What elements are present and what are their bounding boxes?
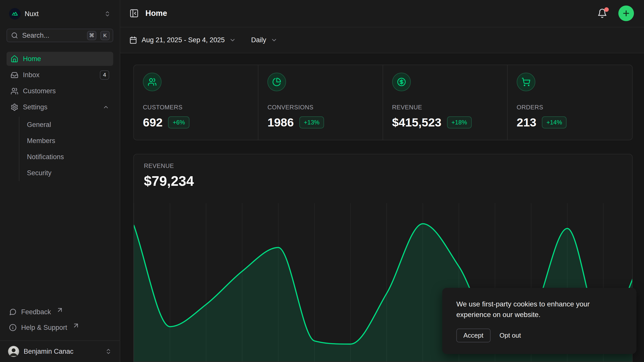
chevron-down-icon bbox=[229, 37, 236, 43]
sidebar-item-members[interactable]: Members bbox=[27, 133, 113, 149]
chevrons-up-down-icon bbox=[105, 348, 112, 355]
sidebar-item-label: Settings bbox=[23, 103, 98, 111]
sidebar-nav: Home Inbox 4 Customers Settings bbox=[7, 52, 113, 183]
calendar-icon bbox=[129, 36, 137, 44]
inbox-icon bbox=[11, 71, 18, 79]
house-icon bbox=[11, 55, 18, 63]
feedback-link[interactable]: Feedback bbox=[7, 304, 113, 320]
stat-delta-badge: +6% bbox=[168, 116, 189, 128]
inbox-count-badge: 4 bbox=[100, 70, 109, 80]
settings-subnav: General Members Notifications Security bbox=[19, 117, 113, 181]
sidebar-spacer bbox=[7, 183, 113, 304]
pie-chart-icon bbox=[267, 73, 286, 91]
sidebar-item-label: Inbox bbox=[23, 71, 95, 79]
chevron-up-icon bbox=[103, 104, 109, 110]
kbd-cmd: ⌘ bbox=[87, 31, 96, 40]
stat-delta-badge: +18% bbox=[447, 116, 472, 128]
sidebar-item-customers[interactable]: Customers bbox=[7, 84, 113, 98]
chart-total-value: $79,234 bbox=[144, 173, 622, 189]
stat-card-orders: ORDERS 213 +14% bbox=[508, 65, 632, 140]
chat-bubble-icon bbox=[9, 308, 17, 316]
stat-delta-badge: +14% bbox=[542, 116, 567, 128]
date-range-value: Aug 21, 2025 - Sep 4, 2025 bbox=[142, 36, 225, 44]
stat-label: REVENUE bbox=[392, 104, 498, 111]
stat-value: $415,523 bbox=[392, 115, 441, 129]
external-link-icon bbox=[72, 322, 80, 329]
plus-icon bbox=[622, 9, 630, 18]
stat-card-customers: CUSTOMERS 692 +6% bbox=[134, 65, 258, 140]
notification-dot bbox=[604, 7, 609, 12]
users-icon bbox=[11, 87, 18, 95]
users-icon bbox=[143, 73, 162, 91]
sidebar: Nuxt Search... ⌘ K Home bbox=[0, 0, 120, 362]
user-name: Benjamin Canac bbox=[24, 348, 101, 355]
external-link-icon bbox=[56, 306, 64, 314]
add-button[interactable] bbox=[618, 6, 634, 21]
notifications-button[interactable] bbox=[597, 8, 607, 18]
sidebar-collapse-button[interactable] bbox=[129, 9, 139, 18]
app-root: Nuxt Search... ⌘ K Home bbox=[0, 0, 644, 362]
search-placeholder: Search... bbox=[22, 32, 83, 39]
avatar bbox=[8, 346, 19, 357]
feedback-label: Feedback bbox=[21, 308, 51, 316]
stat-value: 692 bbox=[143, 115, 163, 129]
stat-value: 213 bbox=[517, 115, 536, 129]
search-icon bbox=[11, 32, 18, 39]
stat-value: 1986 bbox=[267, 115, 294, 129]
stats-cards: CUSTOMERS 692 +6% CONVERSIONS 1986 +13% bbox=[133, 65, 633, 140]
stat-label: CONVERSIONS bbox=[267, 104, 373, 111]
search-input[interactable]: Search... ⌘ K bbox=[7, 29, 113, 42]
sidebar-item-inbox[interactable]: Inbox 4 bbox=[7, 68, 113, 82]
sidebar-item-home[interactable]: Home bbox=[7, 52, 113, 66]
stat-label: CUSTOMERS bbox=[143, 104, 249, 111]
stat-card-revenue: REVENUE $415,523 +18% bbox=[383, 65, 508, 140]
cookie-banner: We use first-party cookies to enhance yo… bbox=[442, 288, 636, 354]
help-support-link[interactable]: Help & Support bbox=[7, 320, 113, 335]
stat-delta-badge: +13% bbox=[299, 116, 324, 128]
accept-cookies-button[interactable]: Accept bbox=[456, 329, 491, 342]
stat-label: ORDERS bbox=[517, 104, 623, 111]
sidebar-item-general[interactable]: General bbox=[27, 117, 113, 133]
granularity-select[interactable]: Daily bbox=[251, 36, 277, 44]
chevrons-up-down-icon bbox=[104, 11, 111, 17]
kbd-k: K bbox=[100, 31, 110, 40]
info-icon bbox=[9, 324, 17, 331]
dollar-circle-icon bbox=[392, 73, 411, 91]
sidebar-item-label: Customers bbox=[23, 87, 109, 95]
cart-icon bbox=[517, 73, 535, 91]
main-panel: Home Aug 21, 2025 - Sep 4, 2025 bbox=[120, 0, 644, 362]
cookie-message: We use first-party cookies to enhance yo… bbox=[456, 299, 622, 320]
sidebar-footer-links: Feedback Help & Support bbox=[7, 304, 113, 340]
sidebar-item-security[interactable]: Security bbox=[27, 165, 113, 181]
opt-out-button[interactable]: Opt out bbox=[500, 332, 521, 339]
chart-title: REVENUE bbox=[144, 162, 622, 169]
sidebar-item-notifications[interactable]: Notifications bbox=[27, 149, 113, 165]
sidebar-item-label: Home bbox=[23, 55, 109, 63]
granularity-value: Daily bbox=[251, 36, 266, 44]
user-menu[interactable]: Benjamin Canac bbox=[0, 340, 120, 362]
page-header: Home bbox=[120, 0, 644, 27]
stat-card-conversions: CONVERSIONS 1986 +13% bbox=[258, 65, 383, 140]
workspace-switcher[interactable]: Nuxt bbox=[7, 6, 113, 22]
help-support-label: Help & Support bbox=[21, 324, 67, 332]
page-title: Home bbox=[145, 9, 597, 18]
sidebar-item-settings[interactable]: Settings bbox=[7, 100, 113, 114]
nuxt-logo-icon bbox=[9, 8, 21, 20]
filters-toolbar: Aug 21, 2025 - Sep 4, 2025 Daily bbox=[120, 27, 644, 53]
gear-icon bbox=[11, 103, 18, 111]
date-range-picker[interactable]: Aug 21, 2025 - Sep 4, 2025 bbox=[129, 36, 236, 44]
chevron-down-icon bbox=[271, 37, 277, 43]
workspace-name: Nuxt bbox=[25, 10, 100, 18]
